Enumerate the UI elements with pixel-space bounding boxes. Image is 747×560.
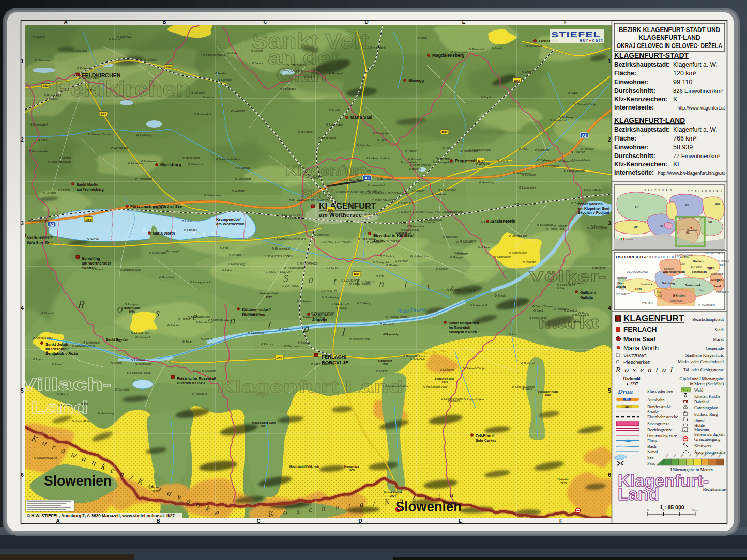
svg-text:Leibnitz: Leibnitz: [439, 157, 449, 160]
svg-text:Hinterberg: Hinterberg: [101, 412, 114, 415]
svg-text:Glainach/Glinje: Glainach/Glinje: [306, 316, 325, 319]
svg-text:Knasweg: Knasweg: [211, 318, 222, 321]
svg-text:Maria Saal: Maria Saal: [623, 336, 655, 343]
svg-text:Gallizien/: Gallizien/: [580, 291, 596, 294]
svg-text:Klagenfurt: Klagenfurt: [687, 229, 697, 231]
svg-text:Eixendorf: Eixendorf: [472, 48, 484, 51]
svg-text:land: land: [714, 285, 721, 288]
svg-text:Lindan/Lipa: Lindan/Lipa: [404, 228, 419, 231]
svg-text:Bielschitza: Bielschitza: [443, 501, 457, 504]
svg-text:DEUTSCHLAND: DEUTSCHLAND: [627, 270, 648, 273]
svg-text:1: 1: [663, 509, 664, 512]
svg-text:KLAGENFURT-LAND: KLAGENFURT-LAND: [614, 117, 685, 125]
svg-text:Galicija: Galicija: [580, 295, 593, 300]
svg-text:Bezirkshauptstadt:: Bezirkshauptstadt:: [614, 126, 670, 133]
svg-text:1923: 1923: [441, 381, 448, 384]
svg-text:Schloss, Burg: Schloss, Burg: [694, 412, 718, 417]
svg-text:Zwanzgerberg: Zwanzgerberg: [353, 337, 370, 340]
svg-text:Kronabeth: Kronabeth: [373, 46, 386, 49]
svg-text:Treffelsdorf: Treffelsdorf: [574, 201, 588, 205]
svg-text:Pitzelstatten: Pitzelstatten: [410, 225, 425, 228]
svg-text:Höhle: Höhle: [694, 423, 705, 428]
svg-text:Raida/Roda: Raida/Roda: [550, 227, 564, 230]
svg-text:D: D: [358, 518, 362, 524]
svg-text:Plescherken: Plescherken: [623, 359, 650, 365]
svg-text:ÖSTERREICH -: ÖSTERREICH -: [616, 255, 646, 259]
svg-text:Obojnik: Obojnik: [44, 312, 54, 315]
svg-text:Barndorf: Barndorf: [595, 266, 606, 269]
svg-text:99 110: 99 110: [673, 79, 692, 86]
svg-text:Linz: Linz: [680, 262, 685, 265]
svg-text:Bezirksname: Bezirksname: [703, 487, 726, 492]
svg-text:Podgrad: Podgrad: [524, 362, 535, 365]
svg-text:WO: WO: [715, 202, 720, 205]
svg-text:Raida/Roda: Raida/Roda: [587, 189, 601, 192]
svg-text:0: 0: [647, 509, 648, 512]
svg-text:1588: 1588: [382, 363, 388, 366]
svg-text:Stallhofen: Stallhofen: [457, 252, 469, 255]
svg-text:□ VIKTRING: □ VIKTRING: [282, 284, 300, 287]
svg-text:Haidach: Haidach: [557, 307, 567, 310]
svg-text:am Klopeiner See/: am Klopeiner See/: [578, 207, 609, 211]
svg-text:Retschach: Retschach: [380, 178, 393, 181]
svg-text:6: 6: [21, 472, 24, 478]
svg-text:Autobahn: Autobahn: [647, 397, 665, 402]
svg-text:Vesca: Vesca: [525, 387, 532, 391]
svg-text:Eisenstadt: Eisenstadt: [711, 272, 724, 275]
svg-text:Bistrica v Rožu: Bistrica v Rožu: [177, 381, 205, 385]
svg-text:B85: B85: [276, 356, 282, 360]
svg-text:Feistritz im Rosental/: Feistritz im Rosental/: [177, 376, 216, 381]
svg-text:Hochobir: Hochobir: [557, 478, 570, 481]
svg-text:Gradenegg: Gradenegg: [231, 262, 245, 266]
svg-text:See: See: [647, 455, 654, 460]
svg-text:Scheweniz: Scheweniz: [497, 255, 511, 258]
svg-text:REP.: REP.: [720, 263, 726, 267]
svg-text:Polana/Poljana: Polana/Poljana: [389, 315, 407, 318]
svg-text:Bezirkshauptstadt:: Bezirkshauptstadt:: [614, 61, 670, 68]
svg-text:▲ 2237: ▲ 2237: [626, 382, 638, 386]
svg-text:Gumisch: Gumisch: [118, 388, 129, 391]
svg-text:Obergoriach: Obergoriach: [376, 132, 391, 135]
svg-text:Albern: Albern: [204, 337, 212, 340]
svg-text:Nieder-: Nieder-: [693, 260, 704, 263]
svg-text:Trabenig: Trabenig: [360, 302, 371, 305]
svg-text:1659: 1659: [348, 469, 355, 472]
svg-text:□ WELZENEGG: □ WELZENEGG: [372, 198, 395, 202]
svg-text:Kronabeth: Kronabeth: [404, 161, 417, 164]
svg-text:Thon: Thon: [421, 36, 427, 39]
svg-text:Gumisch: Gumisch: [383, 323, 394, 326]
svg-text:Skarbin: Skarbin: [379, 369, 388, 372]
svg-text:B91: B91: [354, 273, 360, 276]
svg-text:Timenitz: Timenitz: [574, 150, 585, 153]
svg-text:SCHWEIZ: SCHWEIZ: [616, 293, 629, 296]
svg-text:Werda: Werda: [468, 289, 476, 292]
svg-text:Lassendorf: Lassendorf: [522, 186, 536, 189]
svg-text:Bezirkshauptstadt: Bezirkshauptstadt: [692, 317, 724, 322]
svg-text:Lendorf: Lendorf: [500, 159, 510, 162]
svg-text:Matzendorf: Matzendorf: [473, 304, 487, 307]
svg-text:Sekull: Sekull: [571, 91, 578, 95]
svg-text:Oberdellach: Oberdellach: [512, 234, 527, 237]
svg-text:1: 1: [608, 58, 611, 64]
svg-text:Erlach: Erlach: [484, 221, 492, 224]
svg-text:E: E: [462, 19, 466, 25]
svg-text:Salla/Sala: Salla/Sala: [251, 331, 264, 334]
svg-text:Sankt Thomas: Sankt Thomas: [536, 305, 554, 308]
svg-text:Pass: Pass: [647, 461, 655, 466]
svg-text:UNGARN: UNGARN: [716, 291, 729, 294]
svg-text:Graz: Graz: [699, 289, 705, 292]
svg-text:Pirkach: Pirkach: [408, 149, 417, 152]
svg-text:Angern/Injarje: Angern/Injarje: [467, 398, 484, 401]
svg-text:Sankt Margareten: Sankt Margareten: [449, 321, 479, 325]
svg-text:Klagenfurt a. W.: Klagenfurt a. W.: [673, 126, 717, 133]
svg-text:B: B: [156, 518, 160, 524]
svg-text:VL: VL: [660, 225, 664, 228]
svg-text:Sittich: Sittich: [114, 361, 122, 364]
svg-text:Salzburg: Salzburg: [662, 282, 675, 285]
svg-text:Thon: Thon: [371, 189, 377, 192]
svg-text:766 km²: 766 km²: [673, 135, 696, 142]
svg-text:1958: 1958: [447, 505, 453, 508]
svg-text:Vilgratz: Vilgratz: [390, 239, 400, 242]
svg-text:□ SANKT JAKOB AN DER STRASSE: □ SANKT JAKOB AN DER STRASSE: [398, 210, 452, 213]
svg-text:Museum,: Museum,: [694, 428, 710, 432]
